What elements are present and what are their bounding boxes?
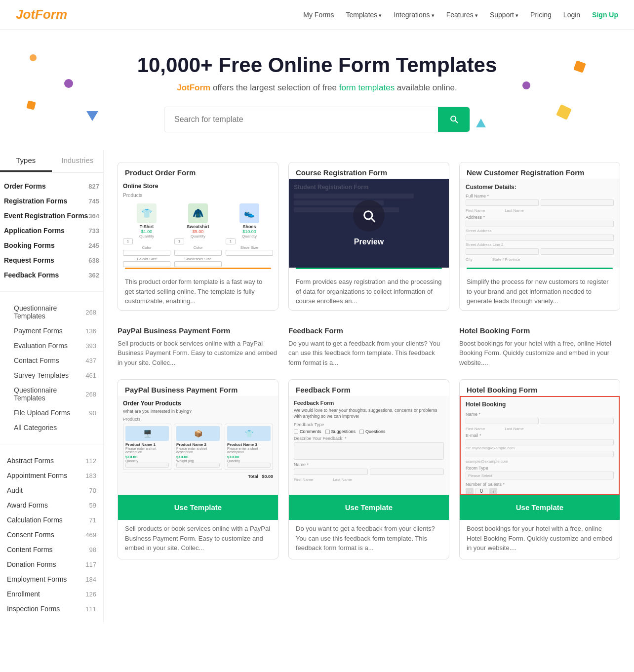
tshirt-icon: 👕	[137, 203, 157, 223]
tab-industries[interactable]: Industries	[52, 150, 104, 172]
card-desc-paypal: Sell products or book services online wi…	[118, 520, 278, 559]
nav-my-forms[interactable]: My Forms	[303, 11, 334, 19]
card-desc-course: Form provides easy registration and the …	[289, 273, 449, 310]
sidebar-item-evaluation[interactable]: Evaluation Forms 393	[0, 338, 103, 353]
sidebar-item-consent[interactable]: Consent Forms 469	[0, 527, 103, 542]
row2-desc-1: Sell products or book services online wi…	[118, 339, 278, 368]
stepper-plus[interactable]: +	[489, 488, 497, 495]
sidebar-other-items: Abstract Forms 112 Appointment Forms 183…	[0, 447, 103, 622]
preview-overlay: Preview	[289, 179, 449, 268]
sidebar-item-payment[interactable]: Payment Forms 136	[0, 323, 103, 338]
row2-desc-3: Boost bookings for your hotel with a fre…	[459, 339, 620, 368]
sidebar-item-questionnaire[interactable]: Questionnaire Templates 268	[0, 301, 103, 323]
use-template-paypal[interactable]: Use Template	[118, 495, 278, 520]
preview-circle	[353, 200, 385, 232]
products-label: Products	[123, 193, 273, 198]
card-preview-product: Online Store Products 👕 T-Shirt $1.00 Qu…	[118, 179, 278, 268]
sidebar-item-registration-forms[interactable]: Registration Forms 745	[0, 194, 103, 208]
sidebar: Types Industries Order Forms 827 Registr…	[0, 150, 104, 622]
sidebar-item-inspection[interactable]: Inspection Forms 111	[0, 601, 103, 616]
card-title-hotel: Hotel Booking Form	[460, 380, 620, 396]
card-course-reg[interactable]: Course Registration Form Student Registr…	[288, 162, 449, 311]
sidebar-item-appointment[interactable]: Appointment Forms 183	[0, 468, 103, 483]
card-grid-row3: PayPal Business Payment Form Order Your …	[118, 379, 620, 559]
sidebar-item-survey[interactable]: Survey Templates 461	[0, 368, 103, 383]
sidebar-item-feedback-forms[interactable]: Feedback Forms 362	[0, 268, 103, 282]
navbar: JotForm My Forms Templates Integrations …	[0, 0, 634, 30]
sidebar-item-request-forms[interactable]: Request Forms 638	[0, 253, 103, 268]
deco-triangle-teal	[476, 119, 486, 127]
nav-login[interactable]: Login	[563, 11, 580, 19]
sidebar-item-abstract[interactable]: Abstract Forms 112	[0, 453, 103, 468]
nav-support[interactable]: Support	[490, 11, 518, 19]
deco-square-orange	[26, 100, 36, 110]
use-template-hotel[interactable]: Use Template	[460, 495, 620, 520]
use-template-feedback[interactable]: Use Template	[289, 495, 449, 520]
row2-desc-2: Do you want to get a feedback from your …	[288, 339, 449, 368]
nav-integrations[interactable]: Integrations	[394, 11, 434, 19]
sidebar-item-donation[interactable]: Donation Forms 117	[0, 557, 103, 572]
sidebar-item-application-forms[interactable]: Application Forms 733	[0, 223, 103, 238]
nav-links: My Forms Templates Integrations Features…	[303, 11, 618, 19]
card-feedback[interactable]: Feedback Form Feedback Form We would lov…	[288, 379, 449, 559]
tab-types[interactable]: Types	[0, 150, 52, 172]
hero-subtitle-end: available online.	[395, 83, 457, 92]
sidebar-item-file-upload[interactable]: File Upload Forms 90	[0, 405, 103, 420]
card-preview-hotel: Hotel Booking Name * First NameLast Name…	[460, 396, 620, 495]
deco-triangle-blue	[86, 111, 98, 121]
card-desc-customer: Simplify the process for new customers t…	[460, 273, 620, 310]
search-preview-icon	[362, 209, 376, 223]
feedback-form-preview: Feedback Form We would love to hear your…	[289, 396, 449, 486]
card-title-product: Product Order Form	[118, 162, 278, 179]
sidebar-sub-items: Questionnaire Templates 268 Payment Form…	[0, 295, 103, 441]
sidebar-item-enrollment[interactable]: Enrollment 126	[0, 587, 103, 601]
sidebar-item-award[interactable]: Award Forms 59	[0, 498, 103, 513]
card-preview-customer: Customer Details: Full Name * First Name…	[460, 179, 620, 268]
nav-signup[interactable]: Sign Up	[592, 11, 618, 19]
sidebar-divider-1	[0, 291, 103, 292]
product-sweatshirt: 🧥 Sweatshirt $5.00 Quantity 1 Color Swea…	[174, 203, 222, 267]
sidebar-item-audit[interactable]: Audit 70	[0, 483, 103, 498]
sidebar-tabs: Types Industries	[0, 150, 103, 173]
paypal-product-2: 📦 Product Name 2 Please enter a short de…	[174, 424, 222, 470]
hero-subtitle-text: offers the largest selection of free	[210, 83, 339, 92]
sidebar-item-calculation[interactable]: Calculation Forms 71	[0, 513, 103, 527]
sidebar-item-questionnaire-2[interactable]: Questionnaire Templates 268	[0, 383, 103, 405]
deco-square-yellow-r	[556, 104, 572, 120]
row2-title-2: Feedback Form	[288, 326, 449, 335]
content-area: Product Order Form Online Store Products…	[104, 150, 634, 587]
deco-circle-purple	[64, 79, 73, 88]
shoes-icon: 👟	[239, 203, 259, 223]
card-underline-course	[296, 268, 442, 269]
sidebar-item-employment[interactable]: Employment Forms 184	[0, 572, 103, 587]
card-product-order[interactable]: Product Order Form Online Store Products…	[118, 162, 278, 311]
card-hotel[interactable]: Hotel Booking Form Hotel Booking Name * …	[459, 379, 620, 559]
stepper-minus[interactable]: −	[466, 488, 474, 495]
hero-brand: JotForm	[177, 83, 210, 92]
paypal-product-3: 👕 Product Name 3 Please enter a short de…	[225, 424, 273, 470]
sidebar-item-event-reg[interactable]: Event Registration Forms 364	[0, 208, 103, 223]
search-button[interactable]	[438, 107, 470, 132]
card-desc-feedback: Do you want to get a feedback from your …	[289, 520, 449, 559]
deco-circle-purple-r	[522, 81, 530, 89]
card-desc-hotel: Boost bookings for your hotel with a fre…	[460, 520, 620, 559]
sidebar-item-booking-forms[interactable]: Booking Forms 245	[0, 238, 103, 253]
hero-link[interactable]: form templates	[339, 83, 395, 92]
customer-details-label: Customer Details:	[466, 184, 614, 191]
nav-templates[interactable]: Templates	[346, 11, 382, 19]
search-input[interactable]	[164, 107, 438, 132]
sidebar-item-contact[interactable]: Contact Forms 437	[0, 353, 103, 368]
hero-subtitle: JotForm offers the largest selection of …	[10, 83, 624, 93]
product-tshirt: 👕 T-Shirt $1.00 Quantity 1 Color T-Shirt…	[123, 203, 170, 267]
sidebar-item-all-categories[interactable]: All Categories	[0, 420, 103, 435]
sidebar-item-content[interactable]: Content Forms 98	[0, 542, 103, 557]
card-preview-paypal: Order Your Products What are you interes…	[118, 396, 278, 495]
logo[interactable]: JotForm	[16, 7, 67, 22]
card-desc-product: This product order form template is a fa…	[118, 273, 278, 310]
nav-pricing[interactable]: Pricing	[530, 11, 552, 19]
card-paypal[interactable]: PayPal Business Payment Form Order Your …	[118, 379, 278, 559]
card-grid-descs: Sell products or book services online wi…	[118, 339, 620, 368]
card-customer-reg[interactable]: New Customer Registration Form Customer …	[459, 162, 620, 311]
nav-features[interactable]: Features	[446, 11, 478, 19]
sidebar-item-order-forms[interactable]: Order Forms 827	[0, 179, 103, 194]
